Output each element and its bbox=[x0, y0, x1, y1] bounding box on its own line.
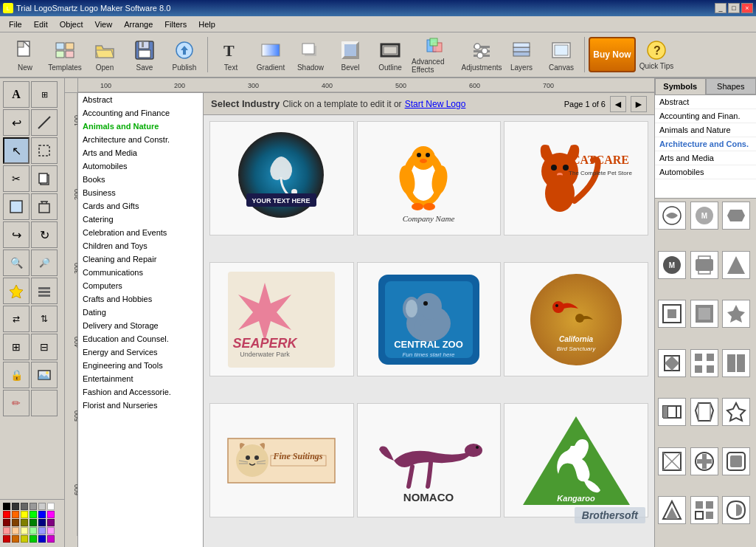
layers-button[interactable]: Layers bbox=[502, 35, 541, 75]
category-engineering[interactable]: Engineering and Tools bbox=[78, 359, 203, 372]
ungroup-tool[interactable]: ⊟ bbox=[31, 334, 58, 360]
text-button[interactable]: T Text bbox=[212, 35, 250, 75]
color-swatch[interactable] bbox=[3, 511, 10, 518]
zoom-out-tool[interactable]: 🔎 bbox=[31, 250, 58, 276]
copy-tool[interactable] bbox=[31, 165, 58, 192]
menu-help[interactable]: Help bbox=[193, 18, 221, 30]
color-swatch[interactable] bbox=[47, 503, 55, 510]
shape-12[interactable] bbox=[722, 349, 750, 377]
template-2[interactable]: Company Name bbox=[357, 121, 502, 235]
color-swatch[interactable] bbox=[38, 519, 46, 526]
category-children[interactable]: Children and Toys bbox=[78, 239, 203, 252]
symbol-cat-architecture[interactable]: Architecture and Cons. bbox=[655, 137, 756, 151]
symbol-cat-arts[interactable]: Arts and Media bbox=[655, 151, 756, 165]
line-tool[interactable] bbox=[31, 109, 58, 136]
gradient-button[interactable]: Gradient bbox=[252, 35, 290, 75]
color-swatch[interactable] bbox=[12, 511, 19, 518]
color-swatch[interactable] bbox=[30, 511, 37, 518]
undo-tool[interactable]: ↩ bbox=[3, 109, 30, 136]
image-tool[interactable] bbox=[31, 362, 58, 388]
color-swatch[interactable] bbox=[3, 503, 10, 510]
shape-14[interactable] bbox=[690, 398, 718, 426]
color-swatch[interactable] bbox=[30, 519, 37, 526]
symbols-tab[interactable]: Symbols bbox=[655, 78, 706, 94]
prev-page-button[interactable]: ◄ bbox=[610, 96, 626, 112]
color-swatch[interactable] bbox=[47, 527, 55, 534]
color-swatch[interactable] bbox=[21, 535, 28, 543]
symbol-cat-automobiles[interactable]: Automobiles bbox=[655, 165, 756, 179]
category-entertainment[interactable]: Entertainment bbox=[78, 372, 203, 385]
color-swatch[interactable] bbox=[47, 511, 55, 518]
maximize-button[interactable]: □ bbox=[728, 3, 740, 13]
shape-6[interactable] bbox=[722, 251, 750, 279]
shape-18[interactable] bbox=[722, 447, 750, 475]
quick-tips-button[interactable]: ? Quick Tips bbox=[637, 35, 676, 75]
shadow-button[interactable]: Shadow bbox=[291, 35, 330, 75]
category-dating[interactable]: Dating bbox=[78, 306, 203, 319]
category-accounting[interactable]: Accounting and Finance bbox=[78, 106, 203, 120]
color-swatch[interactable] bbox=[38, 511, 46, 518]
symbol-cat-animals[interactable]: Animals and Nature bbox=[655, 123, 756, 137]
template-3[interactable]: CATCARE The Complete Pet Store bbox=[504, 121, 648, 235]
color-swatch[interactable] bbox=[3, 519, 10, 526]
shape-tool[interactable] bbox=[3, 193, 30, 220]
adjustments-button[interactable]: Adjustments bbox=[462, 35, 501, 75]
color-swatch[interactable] bbox=[21, 511, 28, 518]
scissors-tool[interactable]: ✂ bbox=[3, 165, 30, 192]
color-swatch[interactable] bbox=[12, 527, 19, 534]
templates-button[interactable]: Templates bbox=[46, 35, 84, 75]
menu-object[interactable]: Object bbox=[54, 18, 89, 30]
color-swatch[interactable] bbox=[21, 503, 28, 510]
shape-5[interactable] bbox=[690, 251, 718, 279]
rotate-tool[interactable]: ↻ bbox=[31, 221, 58, 248]
select-all-tool[interactable]: ⊞ bbox=[31, 81, 58, 108]
menu-filters[interactable]: Filters bbox=[159, 18, 193, 30]
menu-view[interactable]: View bbox=[89, 18, 119, 30]
menu-edit[interactable]: Edit bbox=[28, 18, 54, 30]
shape-19[interactable] bbox=[658, 496, 686, 524]
open-button[interactable]: Open bbox=[86, 35, 124, 75]
color-swatch[interactable] bbox=[3, 535, 10, 543]
category-fashion[interactable]: Fashion and Accessorie. bbox=[78, 385, 203, 399]
window-controls[interactable]: _ □ × bbox=[715, 3, 753, 13]
category-catering[interactable]: Catering bbox=[78, 213, 203, 226]
symbol-cat-abstract[interactable]: Abstract bbox=[655, 95, 756, 109]
category-florist[interactable]: Florist and Nurseries bbox=[78, 399, 203, 412]
zoom-in-tool[interactable]: 🔍 bbox=[3, 250, 30, 276]
category-delivery[interactable]: Delivery and Storage bbox=[78, 319, 203, 332]
color-swatch[interactable] bbox=[21, 527, 28, 534]
category-crafts[interactable]: Crafts and Hobbies bbox=[78, 292, 203, 306]
symbol-cat-accounting[interactable]: Accounting and Finan. bbox=[655, 109, 756, 123]
shape-3[interactable] bbox=[722, 202, 750, 230]
save-button[interactable]: Save bbox=[125, 35, 164, 75]
publish-button[interactable]: Publish bbox=[165, 35, 204, 75]
category-energy[interactable]: Energy and Services bbox=[78, 345, 203, 359]
category-cards[interactable]: Cards and Gifts bbox=[78, 199, 203, 213]
buy-now-button[interactable]: Buy Now bbox=[589, 37, 636, 72]
template-6[interactable]: California Bird Sanctuary bbox=[504, 262, 648, 376]
shape-13[interactable] bbox=[658, 398, 686, 426]
effects-tool[interactable] bbox=[3, 278, 30, 304]
flip-v-tool[interactable]: ⇅ bbox=[31, 306, 58, 332]
properties-tool[interactable] bbox=[31, 278, 58, 304]
menu-arrange[interactable]: Arrange bbox=[118, 18, 159, 30]
color-swatch[interactable] bbox=[30, 503, 37, 510]
category-cleaning[interactable]: Cleaning and Repair bbox=[78, 252, 203, 266]
category-education[interactable]: Education and Counsel. bbox=[78, 332, 203, 345]
color-swatch[interactable] bbox=[21, 519, 28, 526]
category-automobiles[interactable]: Automobiles bbox=[78, 159, 203, 173]
minimize-button[interactable]: _ bbox=[715, 3, 726, 13]
shape-21[interactable] bbox=[722, 496, 750, 524]
template-7[interactable]: Fine Suitings bbox=[209, 403, 354, 517]
shapes-tab[interactable]: Shapes bbox=[706, 78, 757, 94]
redo-tool[interactable]: ↪ bbox=[3, 221, 30, 248]
shape-10[interactable] bbox=[658, 349, 686, 377]
color-swatch[interactable] bbox=[38, 527, 46, 534]
category-communications[interactable]: Communications bbox=[78, 266, 203, 279]
delete-tool[interactable] bbox=[31, 193, 58, 220]
lock-tool[interactable]: 🔒 bbox=[3, 362, 30, 388]
color-swatch[interactable] bbox=[47, 535, 55, 543]
shape-17[interactable] bbox=[690, 447, 718, 475]
text-tool[interactable]: A bbox=[3, 81, 30, 108]
shape-9[interactable] bbox=[722, 300, 750, 328]
